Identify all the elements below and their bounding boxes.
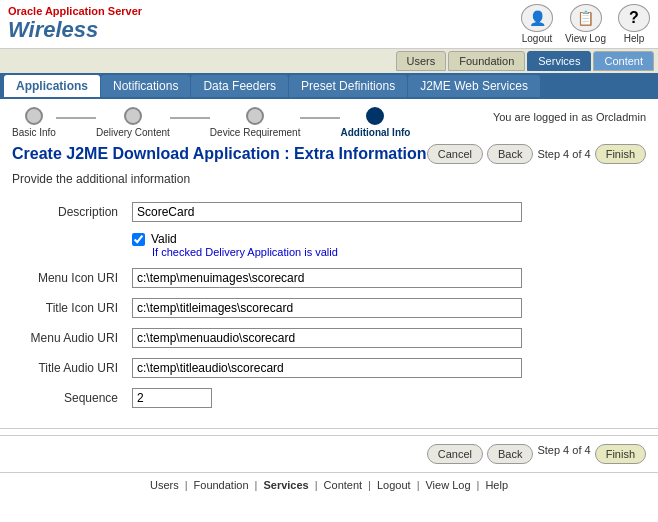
- label-description: Description: [14, 198, 124, 226]
- step-circle-delivery-content: [124, 107, 142, 125]
- logo-area: Oracle Application Server Wireless: [8, 5, 142, 43]
- bottom-finish-button[interactable]: Finish: [595, 444, 646, 464]
- bottom-back-button[interactable]: Back: [487, 444, 533, 464]
- top-finish-button[interactable]: Finish: [595, 144, 646, 164]
- tab-foundation[interactable]: Foundation: [448, 51, 525, 71]
- tab-content[interactable]: Content: [593, 51, 654, 71]
- valid-row: Valid: [132, 232, 638, 246]
- tab-data-feeders[interactable]: Data Feeders: [191, 75, 288, 97]
- logout-button[interactable]: 👤 Logout: [521, 4, 553, 44]
- field-menu-icon-uri: Menu Icon URI: [14, 264, 644, 292]
- divider: [0, 428, 658, 429]
- step-circle-additional-info: [366, 107, 384, 125]
- step-label-delivery-content: Delivery Content: [96, 127, 170, 138]
- help-icon: ?: [618, 4, 650, 32]
- tab-services[interactable]: Services: [527, 51, 591, 71]
- tab-j2me-web-services[interactable]: J2ME Web Services: [408, 75, 540, 97]
- input-description[interactable]: [132, 202, 522, 222]
- footer-help-link[interactable]: Help: [479, 479, 514, 491]
- step-delivery-content: Delivery Content: [96, 107, 170, 138]
- tab-users[interactable]: Users: [396, 51, 447, 71]
- label-title-audio-uri: Title Audio URI: [14, 354, 124, 382]
- label-sequence: Sequence: [14, 384, 124, 412]
- footer-links: Users | Foundation | Services | Content …: [0, 472, 658, 497]
- tab-applications[interactable]: Applications: [4, 75, 100, 97]
- field-valid: Valid If checked Delivery Application is…: [14, 228, 644, 262]
- step-device-requirement: Device Requirement: [210, 107, 301, 138]
- field-menu-audio-uri: Menu Audio URI: [14, 324, 644, 352]
- wizard-area: Basic Info Delivery Content Device Requi…: [0, 99, 658, 142]
- step-circle-device-requirement: [246, 107, 264, 125]
- bottom-step-info: Step 4 of 4: [537, 444, 590, 464]
- footer-viewlog-link[interactable]: View Log: [419, 479, 476, 491]
- checkbox-valid[interactable]: [132, 233, 145, 246]
- footer-content-link[interactable]: Content: [318, 479, 369, 491]
- logged-in-text: You are logged in as Orcladmin: [493, 107, 646, 123]
- section-description: Provide the additional information: [12, 172, 646, 186]
- step-additional-info: Additional Info: [340, 107, 410, 138]
- top-nav: Users Foundation Services Content: [0, 49, 658, 73]
- label-menu-audio-uri: Menu Audio URI: [14, 324, 124, 352]
- logout-icon: 👤: [521, 4, 553, 32]
- main-nav: Applications Notifications Data Feeders …: [0, 73, 658, 99]
- top-back-button[interactable]: Back: [487, 144, 533, 164]
- step-label-basic-info: Basic Info: [12, 127, 56, 138]
- app-title: Oracle Application Server: [8, 5, 142, 17]
- tab-preset-definitions[interactable]: Preset Definitions: [289, 75, 407, 97]
- app-logo: Wireless: [8, 17, 142, 43]
- step-line-2: [170, 117, 210, 119]
- field-sequence: Sequence: [14, 384, 644, 412]
- step-circle-basic-info: [25, 107, 43, 125]
- form-section: Provide the additional information Descr…: [0, 168, 658, 422]
- step-label-device-requirement: Device Requirement: [210, 127, 301, 138]
- field-title-icon-uri: Title Icon URI: [14, 294, 644, 322]
- input-sequence[interactable]: [132, 388, 212, 408]
- input-menu-audio-uri[interactable]: [132, 328, 522, 348]
- header-icons: 👤 Logout 📋 View Log ? Help: [521, 4, 650, 44]
- step-line-1: [56, 117, 96, 119]
- viewlog-icon: 📋: [570, 4, 602, 32]
- step-basic-info: Basic Info: [12, 107, 56, 138]
- step-label-additional-info: Additional Info: [340, 127, 410, 138]
- header: Oracle Application Server Wireless 👤 Log…: [0, 0, 658, 49]
- valid-label: Valid: [151, 232, 177, 246]
- label-menu-icon-uri: Menu Icon URI: [14, 264, 124, 292]
- tab-notifications[interactable]: Notifications: [101, 75, 190, 97]
- valid-hint: If checked Delivery Application is valid: [152, 246, 638, 258]
- field-title-audio-uri: Title Audio URI: [14, 354, 644, 382]
- form-table: Description Valid If checked Delivery Ap…: [12, 196, 646, 414]
- input-title-audio-uri[interactable]: [132, 358, 522, 378]
- top-cancel-button[interactable]: Cancel: [427, 144, 483, 164]
- footer-services-link[interactable]: Services: [257, 479, 314, 491]
- bottom-cancel-button[interactable]: Cancel: [427, 444, 483, 464]
- bottom-action-bar: Cancel Back Step 4 of 4 Finish: [0, 435, 658, 472]
- top-action-bar: Cancel Back Step 4 of 4 Finish: [427, 144, 646, 164]
- top-step-info: Step 4 of 4: [537, 148, 590, 160]
- help-button[interactable]: ? Help: [618, 4, 650, 44]
- label-title-icon-uri: Title Icon URI: [14, 294, 124, 322]
- input-title-icon-uri[interactable]: [132, 298, 522, 318]
- viewlog-button[interactable]: 📋 View Log: [565, 4, 606, 44]
- field-description: Description: [14, 198, 644, 226]
- footer-logout-link[interactable]: Logout: [371, 479, 417, 491]
- page-title: Create J2ME Download Application : Extra…: [12, 145, 427, 163]
- input-menu-icon-uri[interactable]: [132, 268, 522, 288]
- footer-users-link[interactable]: Users: [144, 479, 185, 491]
- wizard-steps: Basic Info Delivery Content Device Requi…: [12, 107, 410, 138]
- footer-foundation-link[interactable]: Foundation: [188, 479, 255, 491]
- step-line-3: [300, 117, 340, 119]
